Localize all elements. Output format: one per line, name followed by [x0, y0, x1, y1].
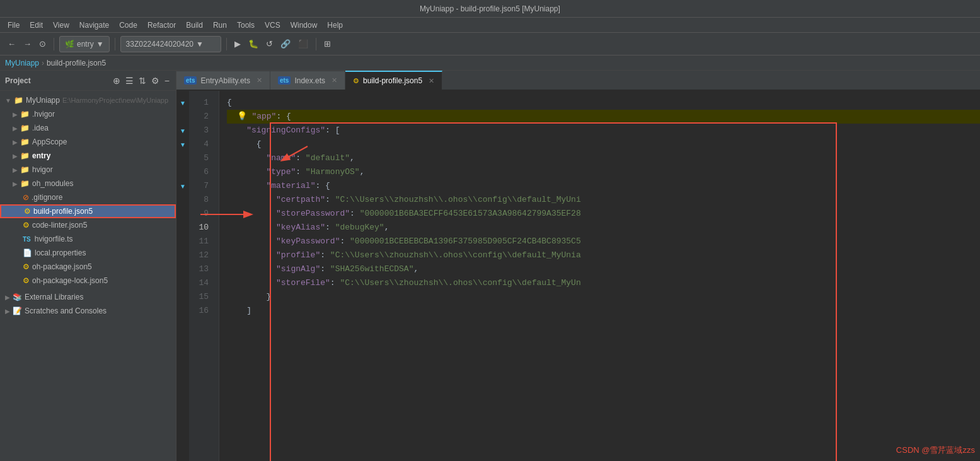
forward-button[interactable]: →: [21, 36, 34, 52]
sort-icon[interactable]: ⇅: [137, 74, 147, 87]
stop-button[interactable]: ⬛: [296, 36, 311, 52]
menu-item-file[interactable]: File: [3, 20, 25, 31]
commit-dropdown-icon: ▼: [196, 40, 204, 49]
code-line-12: "profile" : "C:\\Users\\zhouzhsh\\.ohos\…: [227, 248, 980, 262]
menu-item-edit[interactable]: Edit: [25, 20, 48, 31]
tree-label-hvigor: .hvigor: [32, 110, 55, 119]
tree-label-hvigorfile-ts: hvigorfile.ts: [35, 235, 73, 243]
menu-item-view[interactable]: View: [48, 20, 74, 31]
indent-16: [227, 304, 246, 318]
val-name: "default": [306, 151, 350, 165]
commit-selector[interactable]: 33Z0224424020420 ▼: [120, 36, 221, 52]
back-button[interactable]: ←: [5, 36, 18, 52]
menu-item-build[interactable]: Build: [181, 20, 208, 31]
collapse-icon[interactable]: ☰: [124, 74, 135, 87]
tree-item-oh-modules[interactable]: ▶ 📁 oh_modules: [0, 177, 176, 190]
gutter-fold-1[interactable]: ▼: [176, 96, 189, 110]
line-num-13: 13: [189, 262, 214, 276]
gutter-fold-3[interactable]: ▼: [176, 124, 189, 137]
tree-item-scratches[interactable]: ▶ 📝 Scratches and Consoles: [0, 304, 176, 318]
branch-selector[interactable]: 🌿 entry ▼: [59, 36, 110, 52]
tree-label-gitignore: .gitignore: [32, 193, 62, 202]
minimize-icon[interactable]: −: [163, 74, 171, 87]
val-signalg: "SHA256withECDSA": [330, 262, 414, 276]
breadcrumb-project[interactable]: MyUniapp: [5, 59, 39, 67]
add-file-icon[interactable]: ⊕: [112, 74, 122, 87]
device-manager-button[interactable]: ⊞: [321, 36, 333, 52]
ts-icon: TS: [23, 236, 31, 243]
tree-label-code-linter: code-linter.json5: [32, 221, 87, 230]
settings-icon[interactable]: ⚙: [150, 74, 161, 87]
tab-close-index[interactable]: ✕: [331, 76, 337, 85]
tree-item-myuniapp[interactable]: ▼ 📁 MyUniapp E:\HarmonyProject\new\MyUni…: [0, 93, 176, 107]
attach-button[interactable]: 🔗: [278, 36, 293, 52]
code-editor[interactable]: ▼ ▼ ▼ ▼ 1 2 3: [176, 91, 980, 461]
menu-item-vcs[interactable]: VCS: [260, 20, 285, 31]
indent-6: [227, 165, 266, 179]
code-line-8: "certpath" : "C:\\Users\\zhouzhsh\\.ohos…: [227, 193, 980, 207]
gutter-fold-4[interactable]: ▼: [176, 137, 189, 151]
line-numbers: 1 2 3 4 5 6 7 8 9 10 11 12 13 14 15 16: [189, 91, 219, 461]
gutter: ▼ ▼ ▼ ▼: [176, 91, 189, 461]
props-icon: 📄: [23, 248, 32, 257]
colon-storepassword: :: [350, 207, 360, 221]
tree-item-hvigor[interactable]: ▶ 📁 .hvigor: [0, 107, 176, 121]
chevron-icon: ▶: [5, 308, 10, 315]
tree-item-appscope[interactable]: ▶ 📁 AppScope: [0, 135, 176, 149]
tab-build-profile[interactable]: ⚙ build-profile.json5 ✕: [345, 71, 442, 90]
tree-item-idea[interactable]: ▶ 📁 .idea: [0, 121, 176, 135]
tree-item-oh-package-lock[interactable]: ⚙ oh-package-lock.json5: [0, 274, 176, 288]
line-num-16: 16: [189, 304, 214, 318]
menu-item-navigate[interactable]: Navigate: [74, 20, 114, 31]
tree-item-gitignore[interactable]: ⊘ .gitignore: [0, 190, 176, 204]
tab-close-build-profile[interactable]: ✕: [429, 77, 434, 85]
tree-label-scratches: Scratches and Consoles: [25, 306, 107, 315]
branch-dropdown-icon: ▼: [96, 40, 104, 49]
sidebar-header: Project ⊕ ☰ ⇅ ⚙ −: [0, 71, 176, 91]
tree-item-external-libraries[interactable]: ▶ 📚 External Libraries: [0, 290, 176, 304]
tab-close-entryability[interactable]: ✕: [257, 76, 262, 85]
tab-entryability[interactable]: ets EntryAbility.ets ✕: [176, 71, 270, 90]
menu-item-window[interactable]: Window: [285, 20, 323, 31]
lightbulb-icon: 💡: [237, 110, 247, 124]
tree-item-code-linter[interactable]: ⚙ code-linter.json5: [0, 218, 176, 232]
menu-item-tools[interactable]: Tools: [232, 20, 260, 31]
code-content[interactable]: { 💡 "app" : { "signingConfigs" : [: [219, 91, 980, 461]
run-button[interactable]: ▶: [232, 36, 243, 52]
indent-4: [227, 137, 257, 151]
colon-profile: :: [320, 248, 330, 262]
tree-label-appscope: AppScope: [32, 137, 67, 146]
tree-item-oh-package[interactable]: ⚙ oh-package.json5: [0, 260, 176, 274]
tree-item-local-properties[interactable]: 📄 local.properties: [0, 246, 176, 260]
tree-item-hvigorfile-ts[interactable]: TS hvigorfile.ts: [0, 232, 176, 246]
project-tree: ▼ 📁 MyUniapp E:\HarmonyProject\new\MyUni…: [0, 91, 176, 461]
branch-name: entry: [77, 40, 94, 49]
tree-item-entry[interactable]: ▶ 📁 entry: [0, 149, 176, 163]
tree-item-hvigor2[interactable]: ▶ 📁 hvigor: [0, 163, 176, 177]
tab-label-entryability: EntryAbility.ets: [200, 76, 250, 85]
tree-item-build-profile[interactable]: ⚙ build-profile.json5: [0, 204, 176, 218]
line-num-2: 2: [189, 110, 214, 124]
gutter-line-8: [176, 193, 189, 207]
menu-item-refactor[interactable]: Refactor: [142, 20, 181, 31]
menu-item-code[interactable]: Code: [114, 20, 142, 31]
tree-label-oh-package: oh-package.json5: [32, 262, 92, 271]
tab-index[interactable]: ets Index.ets ✕: [270, 71, 345, 90]
recent-files-button[interactable]: ⊙: [37, 36, 49, 52]
key-keypassword: "keyPassword": [276, 235, 340, 248]
profile-button[interactable]: ↺: [263, 36, 275, 52]
indent-9: [227, 207, 276, 221]
code-line-10: "keyAlias" : "debugKey" ,: [227, 221, 980, 235]
indent-12: [227, 248, 276, 262]
tab-label-build-profile: build-profile.json5: [363, 76, 422, 85]
gutter-fold-7[interactable]: ▼: [176, 179, 189, 193]
menu-item-run[interactable]: Run: [208, 20, 232, 31]
line-num-10: 10: [189, 221, 214, 235]
menu-item-help[interactable]: Help: [322, 20, 348, 31]
indent-3: [227, 124, 246, 137]
key-material: "material": [266, 179, 315, 193]
indent-2: [227, 110, 237, 124]
debug-button[interactable]: 🐛: [246, 36, 261, 52]
folder-icon: 📁: [20, 110, 30, 119]
json-icon: ⚙: [23, 276, 30, 285]
